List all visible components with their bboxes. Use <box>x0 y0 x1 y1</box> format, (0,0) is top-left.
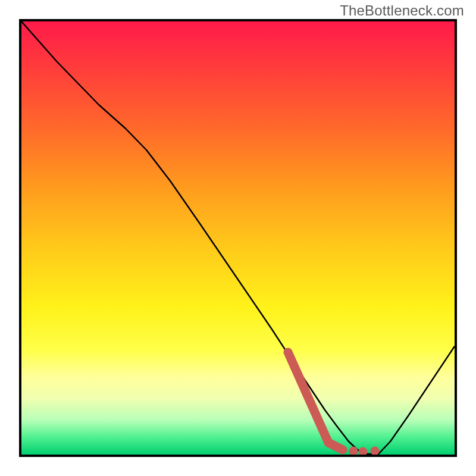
marker-stroke <box>328 443 343 450</box>
marker-dot <box>349 447 358 456</box>
plot-frame <box>19 19 457 457</box>
main-curve-group <box>21 21 455 454</box>
main-curve <box>21 21 455 454</box>
marker-stroke <box>288 352 328 443</box>
marker-dot <box>359 447 368 456</box>
dotted-marker-group <box>288 352 380 456</box>
chart-svg <box>21 21 455 455</box>
chart-container: TheBottleneck.com <box>0 0 476 476</box>
marker-dot <box>371 447 380 456</box>
watermark-text: TheBottleneck.com <box>340 2 464 19</box>
